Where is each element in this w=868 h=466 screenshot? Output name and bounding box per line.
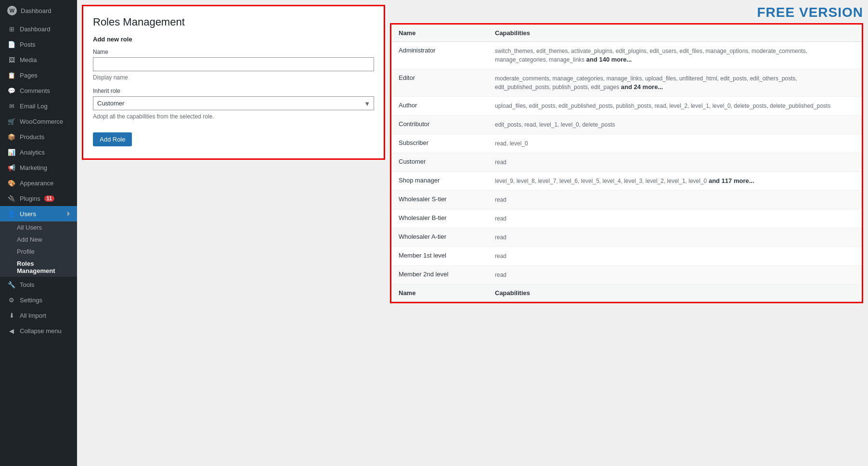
role-caps-cell: switch_themes, edit_themes, activate_plu… <box>488 42 862 69</box>
sidebar-label-products: Products <box>20 133 44 141</box>
users-submenu: All Users Add New Profile Roles Manageme… <box>0 221 77 277</box>
sidebar-label-dashboard: Dashboard <box>20 26 51 33</box>
table-footer-row: Name Capabilities <box>391 285 862 302</box>
role-name-cell: Wholesaler S-tier <box>391 191 488 209</box>
sidebar-label-tools: Tools <box>20 281 34 288</box>
caps-text: read <box>495 215 506 222</box>
submenu-add-new[interactable]: Add New <box>0 233 77 246</box>
woocommerce-icon: 🛒 <box>7 117 16 126</box>
inherit-role-select-wrapper: Administrator Editor Author Contributor … <box>93 96 374 110</box>
col-header-capabilities: Capabilities <box>488 25 862 42</box>
role-caps-cell: upload_files, edit_posts, edit_published… <box>488 97 862 116</box>
analytics-icon: 📊 <box>7 148 16 156</box>
users-icon: 👤 <box>7 209 16 218</box>
sidebar-label-email-log: Email Log <box>20 103 48 110</box>
products-icon: 📦 <box>7 132 16 141</box>
table-row: Wholesaler S-tierread <box>391 191 862 209</box>
role-caps-cell: read <box>488 266 862 285</box>
submenu-all-users[interactable]: All Users <box>0 221 77 233</box>
role-name-cell: Member 2nd level <box>391 266 488 285</box>
plugins-badge: 11 <box>44 195 54 202</box>
roles-table-body: Administratorswitch_themes, edit_themes,… <box>391 42 862 285</box>
roles-form-box: Roles Management Add new role Name Displ… <box>82 5 385 160</box>
sidebar-label-plugins: Plugins <box>20 195 40 202</box>
sidebar-item-products[interactable]: 📦 Products <box>0 129 77 144</box>
table-header-row: Name Capabilities <box>391 25 862 42</box>
sidebar-item-email-log[interactable]: ✉ Email Log <box>0 98 77 114</box>
sidebar-item-comments[interactable]: 💬 Comments <box>0 83 77 98</box>
table-row: Subscriberread, level_0 <box>391 134 862 153</box>
sidebar-logo[interactable]: W Dashboard <box>0 0 77 21</box>
sidebar-item-marketing[interactable]: 📢 Marketing <box>0 160 77 175</box>
form-section-title: Add new role <box>93 36 374 43</box>
plugins-icon: 🔌 <box>7 194 16 203</box>
sidebar-item-plugins[interactable]: 🔌 Plugins 11 <box>0 191 77 206</box>
sidebar-label-media: Media <box>20 56 37 64</box>
caps-text: read <box>495 272 506 278</box>
table-row: Shop managerlevel_9, level_8, level_7, l… <box>391 172 862 191</box>
role-caps-cell: read <box>488 191 862 209</box>
col-footer-name: Name <box>391 285 488 302</box>
sidebar-item-media[interactable]: 🖼 Media <box>0 52 77 67</box>
role-caps-cell: edit_posts, read, level_1, level_0, dele… <box>488 116 862 134</box>
sidebar-item-woocommerce[interactable]: 🛒 WooCommerce <box>0 114 77 129</box>
col-header-name: Name <box>391 25 488 42</box>
sidebar-label-settings: Settings <box>20 297 42 304</box>
right-panel: FREE VERSION Name Capabilities Administr… <box>390 5 863 461</box>
table-row: Administratorswitch_themes, edit_themes,… <box>391 42 862 69</box>
tools-icon: 🔧 <box>7 280 16 289</box>
sidebar-label-all-import: All Import <box>20 312 46 319</box>
table-row: Contributoredit_posts, read, level_1, le… <box>391 116 862 134</box>
sidebar-item-collapse[interactable]: ◀ Collapse menu <box>0 323 77 338</box>
sidebar-item-appearance[interactable]: 🎨 Appearance <box>0 175 77 191</box>
sidebar-item-settings[interactable]: ⚙ Settings <box>0 292 77 308</box>
sidebar-label-marketing: Marketing <box>20 164 47 171</box>
sidebar-item-users[interactable]: 👤 Users <box>0 206 77 221</box>
caps-text: read <box>495 234 506 241</box>
sidebar-label-users: Users <box>20 210 36 218</box>
sidebar-item-tools[interactable]: 🔧 Tools <box>0 277 77 292</box>
role-name-cell: Editor <box>391 69 488 97</box>
caps-text: switch_themes, edit_themes, activate_plu… <box>495 48 807 63</box>
main-content: Roles Management Add new role Name Displ… <box>77 0 868 466</box>
caps-text: upload_files, edit_posts, edit_published… <box>495 103 830 109</box>
sidebar-item-posts[interactable]: 📄 Posts <box>0 37 77 52</box>
table-row: Customerread <box>391 153 862 172</box>
caps-text: read <box>495 159 506 166</box>
name-input[interactable] <box>93 57 374 71</box>
roles-table: Name Capabilities Administratorswitch_th… <box>391 25 862 302</box>
sidebar-item-dashboard[interactable]: ⊞ Dashboard <box>0 21 77 37</box>
role-caps-cell: read <box>488 209 862 228</box>
left-panel: Roles Management Add new role Name Displ… <box>82 5 390 461</box>
col-footer-capabilities: Capabilities <box>488 285 862 302</box>
inherit-role-select[interactable]: Administrator Editor Author Contributor … <box>93 96 374 110</box>
users-expand-icon <box>67 211 72 216</box>
table-row: Editormoderate_comments, manage_categori… <box>391 69 862 97</box>
sidebar-label-woocommerce: WooCommerce <box>20 118 63 125</box>
sidebar-label-analytics: Analytics <box>20 149 45 156</box>
wordpress-icon: W <box>7 6 17 15</box>
free-version-banner: FREE VERSION <box>390 5 863 23</box>
role-caps-cell: read <box>488 247 862 266</box>
role-caps-cell: read <box>488 153 862 172</box>
sidebar-label-collapse: Collapse menu <box>20 327 62 335</box>
inherit-help-text: Adopt all the capabilities from the sele… <box>93 113 374 120</box>
add-role-button[interactable]: Add Role <box>93 132 132 146</box>
caps-more: and 24 more... <box>619 83 663 91</box>
sidebar-item-analytics[interactable]: 📊 Analytics <box>0 144 77 160</box>
sidebar-label-pages: Pages <box>20 72 38 79</box>
sidebar-item-pages[interactable]: 📋 Pages <box>0 67 77 83</box>
role-caps-cell: moderate_comments, manage_categories, ma… <box>488 69 862 97</box>
table-row: Member 1st levelread <box>391 247 862 266</box>
role-name-cell: Contributor <box>391 116 488 134</box>
role-name-cell: Administrator <box>391 42 488 69</box>
sidebar: W Dashboard ⊞ Dashboard 📄 Posts 🖼 Media … <box>0 0 77 466</box>
collapse-icon: ◀ <box>7 326 16 335</box>
role-name-cell: Shop manager <box>391 172 488 191</box>
roles-table-box: Name Capabilities Administratorswitch_th… <box>390 23 863 303</box>
posts-icon: 📄 <box>7 40 16 49</box>
sidebar-item-all-import[interactable]: ⬇ All Import <box>0 308 77 323</box>
submenu-profile[interactable]: Profile <box>0 246 77 258</box>
submenu-roles-management[interactable]: Roles Management <box>0 258 77 277</box>
role-caps-cell: read, level_0 <box>488 134 862 153</box>
